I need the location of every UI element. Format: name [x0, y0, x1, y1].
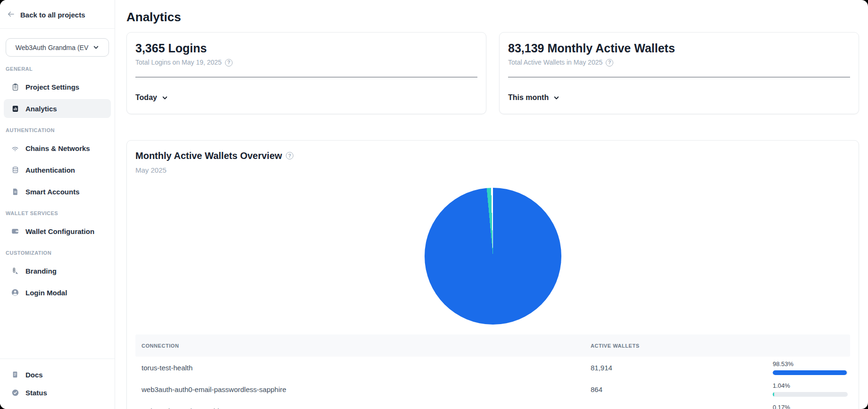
database-icon — [11, 166, 19, 174]
page-title: Analytics — [126, 10, 859, 24]
active-wallets-range-label: This month — [508, 93, 549, 102]
user-circle-icon — [11, 288, 19, 297]
sidebar-item-smart-accounts[interactable]: Smart Accounts — [4, 182, 111, 201]
sidebar-item-label: Status — [25, 389, 47, 397]
card-divider — [135, 77, 477, 77]
sidebar: Back to all projects Web3Auth Grandma (E… — [0, 0, 115, 409]
logins-count: 3,365 Logins — [135, 42, 477, 54]
card-divider — [508, 77, 850, 77]
chevron-down-icon — [553, 95, 559, 101]
percent-bar — [773, 370, 848, 375]
project-selector-value: Web3Auth Grandma (EV — [16, 44, 89, 51]
active-wallets-subtitle: Total Active Wallets in May 2025 — [508, 58, 602, 67]
back-arrow-icon — [7, 10, 15, 20]
file-icon — [11, 187, 19, 196]
connection-column-header: CONNECTION — [135, 343, 591, 349]
connection-cell: web3auth-auth0-email-passwordless-sapphi… — [135, 385, 591, 393]
percent-label: 98.53% — [773, 360, 848, 367]
logins-subtitle: Total Logins on May 19, 2025 — [135, 58, 222, 67]
wallets-overview-card: Monthly Active Wallets Overview ? May 20… — [126, 140, 859, 409]
help-icon[interactable]: ? — [286, 152, 293, 159]
clipboard-icon — [11, 83, 19, 91]
sidebar-nav: GENERALProject SettingsAnalyticsAUTHENTI… — [0, 57, 115, 359]
back-to-projects-link[interactable]: Back to all projects — [0, 0, 115, 28]
percent-bar — [773, 392, 848, 397]
percent-label: 1.04% — [773, 382, 848, 389]
percent-cell: 1.04% — [773, 382, 848, 397]
active-wallets-cell: 81,914 — [591, 364, 773, 372]
active-wallets-pie-chart — [425, 188, 561, 325]
back-to-projects-label: Back to all projects — [20, 11, 85, 19]
sidebar-section-label-authentication: AUTHENTICATION — [6, 127, 109, 134]
active-wallets-cell: 864 — [591, 385, 773, 393]
sidebar-item-label: Authentication — [25, 166, 75, 174]
connection-cell: web3auth-google-sapphire — [135, 407, 591, 409]
main-content: Analytics 3,365 Logins Total Logins on M… — [115, 0, 868, 409]
sidebar-item-label: Chains & Networks — [25, 144, 90, 152]
project-selector[interactable]: Web3Auth Grandma (EV — [6, 38, 109, 57]
active-wallets-cell: 145 — [591, 407, 773, 409]
sidebar-item-label: Branding — [25, 267, 57, 275]
sidebar-item-wallet-configuration[interactable]: Wallet Configuration — [4, 222, 111, 241]
active-wallets-column-header: ACTIVE WALLETS — [591, 343, 773, 349]
sidebar-item-label: Docs — [25, 371, 43, 379]
table-header-row: CONNECTION ACTIVE WALLETS — [135, 334, 850, 357]
sidebar-item-label: Smart Accounts — [25, 188, 79, 196]
percent-bar-fill — [773, 392, 774, 397]
sidebar-item-label: Analytics — [25, 105, 57, 113]
help-icon[interactable]: ? — [606, 59, 613, 67]
help-icon[interactable]: ? — [225, 59, 233, 67]
percent-bar-fill — [773, 370, 847, 375]
sidebar-section-label-general: GENERAL — [6, 66, 109, 73]
percent-cell: 0.17% — [773, 404, 848, 409]
sidebar-footer: DocsStatus — [0, 359, 115, 409]
sidebar-item-analytics[interactable]: Analytics — [4, 99, 111, 118]
logins-card: 3,365 Logins Total Logins on May 19, 202… — [126, 32, 486, 114]
table-body: torus-test-health81,91498.53%web3auth-au… — [135, 357, 850, 409]
connection-cell: torus-test-health — [135, 364, 591, 372]
analytics-chart-icon — [11, 104, 19, 113]
wallet-icon — [11, 227, 19, 235]
table-row: torus-test-health81,91498.53% — [135, 357, 850, 378]
active-wallets-range-dropdown[interactable]: This month — [508, 93, 559, 102]
percent-label: 0.17% — [773, 404, 848, 409]
stat-cards-row: 3,365 Logins Total Logins on May 19, 202… — [126, 32, 859, 114]
chevron-down-icon — [93, 44, 99, 50]
chevron-down-icon — [162, 95, 168, 101]
logins-range-label: Today — [135, 93, 157, 102]
sidebar-item-label: Wallet Configuration — [25, 227, 94, 235]
app-window: Back to all projects Web3Auth Grandma (E… — [0, 0, 868, 409]
sidebar-section-label-wallet-services: WALLET SERVICES — [6, 210, 109, 217]
table-row: web3auth-google-sapphire1450.17% — [135, 400, 850, 409]
sidebar-section-label-customization: CUSTOMIZATION — [6, 250, 109, 257]
active-wallets-count: 83,139 Monthly Active Wallets — [508, 42, 850, 54]
sidebar-item-docs[interactable]: Docs — [4, 366, 111, 384]
sidebar-item-project-settings[interactable]: Project Settings — [4, 77, 111, 96]
logins-range-dropdown[interactable]: Today — [135, 93, 168, 102]
active-wallets-card: 83,139 Monthly Active Wallets Total Acti… — [499, 32, 859, 114]
sidebar-item-chains-networks[interactable]: Chains & Networks — [4, 139, 111, 158]
sidebar-item-login-modal[interactable]: Login Modal — [4, 283, 111, 302]
overview-period: May 2025 — [135, 167, 850, 174]
sidebar-divider — [0, 28, 115, 29]
sidebar-item-label: Login Modal — [25, 289, 67, 297]
doc-icon — [11, 370, 19, 379]
percent-cell: 98.53% — [773, 360, 848, 375]
sidebar-item-authentication[interactable]: Authentication — [4, 160, 111, 179]
overview-title: Monthly Active Wallets Overview — [135, 151, 282, 160]
sidebar-item-status[interactable]: Status — [4, 384, 111, 401]
check-circle-icon — [11, 388, 19, 397]
brush-icon — [11, 267, 19, 275]
sidebar-item-label: Project Settings — [25, 83, 79, 91]
wifi-icon — [11, 144, 19, 152]
sidebar-item-branding[interactable]: Branding — [4, 261, 111, 280]
connections-table: CONNECTION ACTIVE WALLETS torus-test-hea… — [135, 334, 850, 409]
table-row: web3auth-auth0-email-passwordless-sapphi… — [135, 378, 850, 400]
